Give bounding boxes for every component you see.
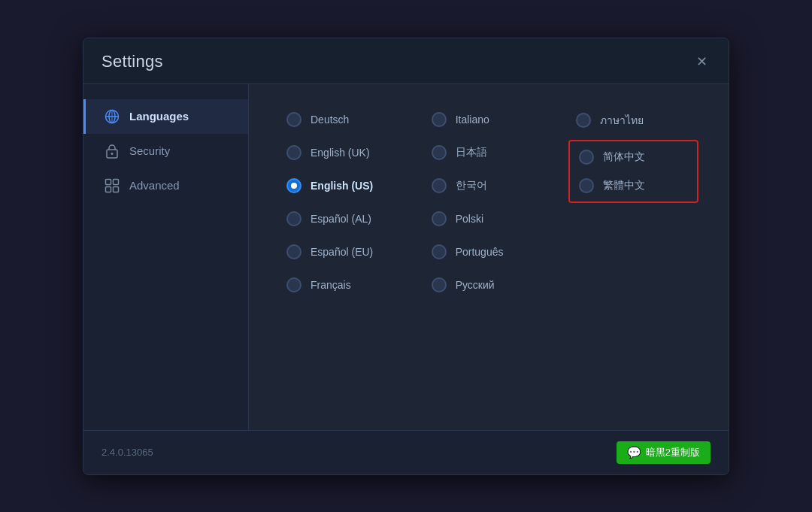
svg-rect-8 <box>106 186 111 192</box>
dialog-body: Languages Security <box>83 84 729 430</box>
sidebar-item-label: Advanced <box>129 179 180 192</box>
lang-label-english-uk: English (UK) <box>311 147 370 159</box>
radio-polski[interactable] <box>432 211 447 226</box>
lang-option-deutsch[interactable]: Deutsch <box>279 105 409 134</box>
radio-russian[interactable] <box>432 277 447 292</box>
radio-portugues[interactable] <box>432 244 447 259</box>
languages-grid: Deutsch English (UK) English (US) Españo… <box>279 105 698 299</box>
radio-espanol-eu[interactable] <box>286 244 301 259</box>
lang-label-english-us: English (US) <box>311 180 373 192</box>
radio-francais[interactable] <box>286 277 301 292</box>
lang-col-1: Deutsch English (UK) English (US) Españo… <box>279 105 409 299</box>
lang-option-italiano[interactable]: Italiano <box>424 105 554 134</box>
lang-label-italiano: Italiano <box>456 114 489 126</box>
radio-japanese[interactable] <box>432 145 447 160</box>
lang-option-english-uk[interactable]: English (UK) <box>279 138 409 167</box>
wechat-label: 暗黑2重制版 <box>646 446 700 459</box>
lang-option-thai[interactable]: ภาษาไทย <box>568 105 698 135</box>
radio-deutsch[interactable] <box>286 112 301 127</box>
lang-label-portugues: Português <box>456 246 504 258</box>
footer: 2.4.0.13065 💬 暗黑2重制版 <box>83 430 729 474</box>
lang-option-english-us[interactable]: English (US) <box>279 171 409 200</box>
sidebar: Languages Security <box>83 84 249 430</box>
radio-english-uk[interactable] <box>286 145 301 160</box>
svg-rect-9 <box>114 186 119 192</box>
radio-english-us[interactable] <box>286 178 301 193</box>
sidebar-item-security[interactable]: Security <box>83 134 248 168</box>
radio-simplified-chinese[interactable] <box>579 150 594 165</box>
radio-korean[interactable] <box>432 178 447 193</box>
lang-label-traditional-chinese: 繁體中文 <box>603 179 645 192</box>
wechat-badge: 💬 暗黑2重制版 <box>617 441 710 464</box>
lang-label-simplified-chinese: 简体中文 <box>603 150 645 164</box>
version-label: 2.4.0.13065 <box>102 447 153 458</box>
sidebar-item-advanced[interactable]: Advanced <box>83 168 248 203</box>
radio-italiano[interactable] <box>432 112 447 127</box>
lang-option-espanol-eu[interactable]: Español (EU) <box>279 238 409 266</box>
lock-icon <box>104 143 120 159</box>
close-button[interactable]: ✕ <box>692 53 710 71</box>
dialog-title: Settings <box>102 52 163 71</box>
lang-label-espanol-eu: Español (EU) <box>311 246 373 258</box>
languages-content: Deutsch English (UK) English (US) Españo… <box>249 84 729 430</box>
lang-label-deutsch: Deutsch <box>311 114 349 126</box>
lang-option-francais[interactable]: Français <box>279 271 409 299</box>
lang-option-polski[interactable]: Polski <box>424 204 554 233</box>
svg-rect-7 <box>114 179 119 184</box>
lang-col-2: Italiano 日本語 한국어 Polski <box>424 105 554 299</box>
title-bar: Settings ✕ <box>83 38 729 84</box>
sidebar-item-languages[interactable]: Languages <box>83 99 248 134</box>
settings-dialog: Settings ✕ Languages <box>83 38 729 475</box>
lang-option-korean[interactable]: 한국어 <box>424 171 554 200</box>
lang-label-russian: Русский <box>456 279 495 291</box>
radio-espanol-al[interactable] <box>286 211 301 226</box>
lang-col-3: ภาษาไทย 简体中文 繁體中文 <box>568 105 698 299</box>
lang-option-traditional-chinese[interactable]: 繁體中文 <box>571 171 695 200</box>
lang-label-japanese: 日本語 <box>456 146 487 159</box>
globe-icon <box>104 108 120 125</box>
radio-traditional-chinese[interactable] <box>579 178 594 193</box>
svg-point-5 <box>111 153 114 155</box>
lang-label-francais: Français <box>311 279 351 291</box>
lang-option-simplified-chinese[interactable]: 简体中文 <box>571 143 695 171</box>
advanced-icon <box>104 177 120 194</box>
lang-label-polski: Polski <box>456 213 483 225</box>
lang-label-korean: 한국어 <box>456 179 487 192</box>
lang-option-espanol-al[interactable]: Español (AL) <box>279 204 409 233</box>
lang-option-japanese[interactable]: 日本語 <box>424 138 554 167</box>
lang-option-portugues[interactable]: Português <box>424 238 554 266</box>
lang-label-espanol-al: Español (AL) <box>311 213 371 225</box>
chinese-highlight-box: 简体中文 繁體中文 <box>568 140 698 203</box>
wechat-icon: 💬 <box>627 446 641 459</box>
lang-label-thai: ภาษาไทย <box>600 112 644 129</box>
sidebar-item-label: Languages <box>129 110 189 123</box>
radio-thai[interactable] <box>576 113 591 128</box>
lang-option-russian[interactable]: Русский <box>424 271 554 299</box>
svg-rect-6 <box>106 179 111 184</box>
sidebar-item-label: Security <box>129 144 170 157</box>
